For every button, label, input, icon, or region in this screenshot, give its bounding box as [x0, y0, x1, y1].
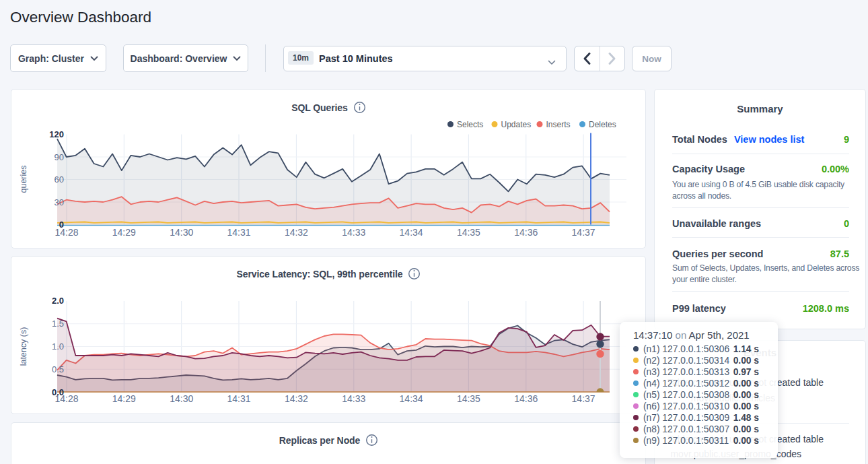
svg-text:14:29: 14:29	[112, 227, 136, 238]
svg-text:14:34: 14:34	[400, 393, 423, 404]
svg-text:14:37: 14:37	[572, 393, 595, 404]
svg-text:14:30: 14:30	[170, 393, 193, 404]
svg-text:60: 60	[55, 174, 64, 185]
svg-text:14:35: 14:35	[457, 393, 480, 404]
svg-text:14:31: 14:31	[227, 227, 250, 238]
svg-text:14:36: 14:36	[514, 227, 538, 238]
svg-text:90: 90	[55, 152, 64, 162]
svg-text:14:29: 14:29	[112, 393, 136, 404]
svg-text:2.0: 2.0	[52, 296, 64, 306]
svg-text:latency (s): latency (s)	[19, 327, 28, 366]
svg-text:queries: queries	[19, 166, 28, 193]
svg-text:14:35: 14:35	[457, 227, 480, 238]
svg-text:Inserts: Inserts	[546, 120, 571, 129]
svg-text:120: 120	[49, 129, 64, 139]
svg-text:1.0: 1.0	[52, 341, 64, 352]
svg-text:14:31: 14:31	[227, 393, 250, 404]
svg-text:14:32: 14:32	[285, 393, 308, 404]
svg-text:14:34: 14:34	[400, 227, 423, 238]
svg-text:1.5: 1.5	[52, 319, 64, 329]
svg-text:Selects: Selects	[457, 120, 483, 129]
svg-text:14:30: 14:30	[170, 227, 193, 238]
svg-text:0.5: 0.5	[52, 364, 64, 374]
svg-text:14:36: 14:36	[514, 393, 538, 404]
svg-text:14:32: 14:32	[285, 227, 308, 238]
svg-text:14:28: 14:28	[55, 393, 78, 404]
svg-text:14:28: 14:28	[55, 227, 78, 238]
svg-text:30: 30	[55, 197, 64, 207]
svg-text:Updates: Updates	[501, 120, 532, 129]
svg-text:14:37: 14:37	[572, 227, 595, 238]
svg-text:14:33: 14:33	[342, 393, 365, 404]
svg-text:Deletes: Deletes	[589, 120, 616, 129]
svg-text:14:33: 14:33	[342, 227, 365, 238]
